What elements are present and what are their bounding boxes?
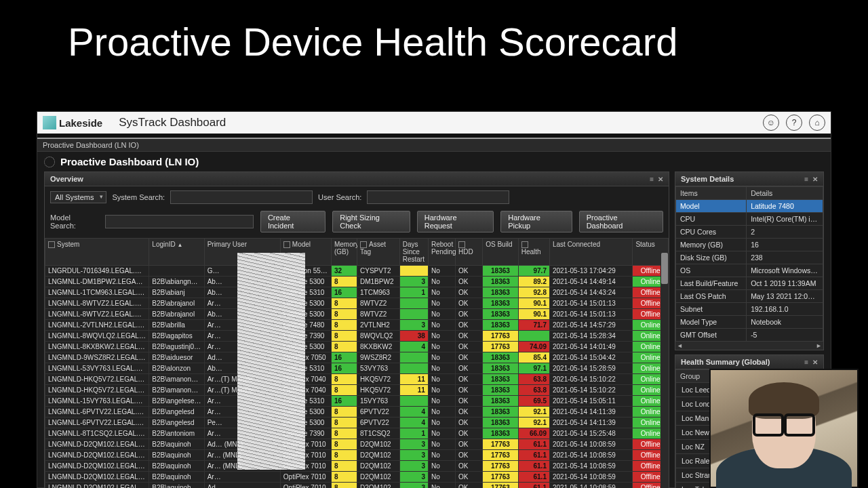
help-icon[interactable]: ? [786,115,802,131]
scrollbar-thumb[interactable] [661,253,668,284]
table-row[interactable]: LNGMNLD-9WSZ8R2.LEGAL.REGN.NETB2B\aidues… [45,352,669,363]
table-row[interactable]: LNGMNLD-D2QM102.LEGAL.REGN.NETB2B\aquino… [45,450,669,461]
cell-hdd: OK [456,266,483,277]
cell-health: 97.1 [518,363,549,374]
table-row[interactable]: LNGMNLL-2VTLNH2.LEGAL.REGN.NETB2B\abrill… [45,320,669,331]
cell-last: 2021-05-14 15:01:13 [549,298,632,309]
detail-row[interactable]: Model TypeNotebook [676,316,823,329]
cell-health: 61.1 [518,450,549,461]
panel-close-icon[interactable]: ✕ [658,176,663,183]
detail-row[interactable]: Last OS PatchMay 13 2021 12:00AM [676,290,823,303]
table-row[interactable]: LNGMNLD-HKQ5V72.LEGAL.REGN.NETB2B\amanon… [45,374,669,385]
right-sizing-button[interactable]: Right Sizing Check [332,211,410,232]
table-row[interactable]: LNGMNLL-53VY763.LEGAL.REGN.NETB2B\alonzo… [45,363,669,374]
detail-row[interactable]: CPUIntel(R) Core(TM) i5-7300U CPU @ 2.60… [676,213,823,226]
panel-menu-icon[interactable]: ≡ [804,176,808,183]
table-row[interactable]: LNGMNLL-8WTVZ2.LEGAL.REGN.NETB2B\abrajan… [45,298,669,309]
table-row[interactable]: LNGMNLL-DM1BPW2.LEGAL.REGN.NETB2B\abiang… [45,277,669,287]
detail-key: Last Build/Feature [676,277,747,290]
col-login[interactable]: LoginID ▲ [149,239,204,266]
detail-row[interactable]: Last Build/FeatureOct 1 2019 11:39AM [676,277,823,290]
col-memory[interactable]: Memory (GB) [331,239,357,266]
cell-user: Ar… (MNL) [204,461,280,472]
cell-os: 18363 [483,352,518,363]
col-asset[interactable]: Asset Tag [357,239,399,266]
table-row[interactable]: LNGMNLD-HKQ5V72.LEGAL.REGN.NETB2B\amanon… [45,385,669,396]
table-row[interactable]: LNGMNLD-D2QM102.LEGAL.REGN.NETB2B\aquino… [45,483,669,489]
table-row[interactable]: LNGMNLD-D2QM102.LEGAL.REGN.NETB2B\aquino… [45,472,669,483]
table-row[interactable]: LNGMNLD-D2QM102.LEGAL.REGN.NETB2B\aquino… [45,439,669,450]
detail-row[interactable]: ModelLatitude 7480 [676,200,823,213]
system-details-panel: System Details ≡✕ ItemsDetails ModelLati… [675,171,824,350]
smiley-icon[interactable]: ☺ [763,115,779,131]
cell-memory: 8 [331,374,357,385]
vertical-scrollbar[interactable] [660,253,669,488]
detail-value: 16 [747,239,823,251]
home-icon[interactable]: ⌂ [809,115,825,131]
cell-last: 2021-05-14 15:10:22 [549,374,632,385]
cell-memory: 8 [331,461,357,472]
table-row[interactable]: LNGRDUL-7016349.LEGAL.REGN.NETG…Precisio… [45,266,669,277]
cell-last: 2021-05-14 15:28:34 [549,331,632,342]
table-row[interactable]: LNGMNLL-6PVTV22.LEGAL.REGN.NETB2B\angele… [45,418,669,428]
cell-model: Latitude 7390 [280,428,331,439]
cell-hdd: OK [456,374,483,385]
hardware-request-button[interactable]: Hardware Request [417,211,494,232]
gear-icon[interactable] [44,157,55,167]
table-row[interactable]: LNGMNLL-15VY763.LEGAL.REGN.NETB2B\angele… [45,396,669,407]
detail-row[interactable]: Memory (GB)16 [676,239,823,251]
details-table: ItemsDetails ModelLatitude 7480CPUIntel(… [675,186,823,342]
col-hdd[interactable]: HDD [456,239,483,266]
cell-memory: 8 [331,298,357,309]
cell-hdd: OK [456,439,483,450]
table-row[interactable]: LNGMNLL-8KXBKW2.LEGAL.REGN.NETB2B\agusti… [45,342,669,352]
scroll-right-icon[interactable]: ► [816,342,822,349]
table-row[interactable]: LNGMNLL-6PVTV22.LEGAL.REGN.NETB2B\angele… [45,407,669,418]
cell-reboot: No [428,309,455,320]
scope-dropdown[interactable]: All Systems [50,191,106,203]
detail-value: Latitude 7480 [747,200,823,213]
cell-os: 17763 [483,450,518,461]
cell-system: LNGMNLD-D2QM102.LEGAL.REGN.NET [45,472,149,483]
model-search-input[interactable] [105,215,254,228]
cell-login: B2B\agapitos [149,331,204,342]
table-row[interactable]: LNGMNLL-8WQVLQ2.LEGAL.REGN.NETB2B\agapit… [45,331,669,342]
col-os[interactable]: OS Build [483,239,518,266]
cell-asset: HKQ5V72 [357,374,399,385]
hardware-pickup-button[interactable]: Hardware Pickup [500,211,572,232]
table-row[interactable]: LNGMNLD-D2QM102.LEGAL.REGN.NETB2B\aquino… [45,461,669,472]
col-reboot[interactable]: Reboot Pending [428,239,455,266]
table-row[interactable]: LNGMNLL-8T1CSQ2.LEGAL.REGN.NETB2B\antoni… [45,428,669,439]
detail-row[interactable]: Subnet192.168.1.0 [676,303,823,316]
detail-row[interactable]: GMT Offset-5 [676,329,823,342]
detail-row[interactable]: Disk Size (GB)238 [676,251,823,264]
col-primary-user[interactable]: Primary User [204,239,280,266]
col-health[interactable]: Health [518,239,549,266]
cell-os: 18363 [483,287,518,298]
cell-days [399,396,428,407]
table-row[interactable]: LNGMNLL-8WTVZ2.LEGAL.REGN.NETB2B\abrajan… [45,309,669,320]
panel-menu-icon[interactable]: ≡ [650,176,654,183]
col-system[interactable]: System [45,239,149,266]
col-last[interactable]: Last Connected [549,239,632,266]
create-incident-button[interactable]: Create Incident [260,211,326,232]
panel-close-icon[interactable]: ✕ [812,359,818,366]
detail-row[interactable]: CPU Cores2 [676,226,823,239]
cell-days: 11 [399,385,428,396]
proactive-dashboard-button[interactable]: Proactive Dashboard [579,211,663,232]
scroll-left-icon[interactable]: ◄ [677,342,683,349]
cell-health: 63.8 [518,374,549,385]
panel-menu-icon[interactable]: ≡ [804,359,808,366]
cell-model: OptiPlex 7010 [280,461,331,472]
cell-model: OptiPlex 7050 [280,352,331,363]
cell-memory: 8 [331,450,357,461]
table-row[interactable]: LNGMNLL-1TCM963.LEGAL.REGN.NETB2B\abianj… [45,287,669,298]
col-model[interactable]: Model [280,239,331,266]
col-days[interactable]: Days Since Restart [399,239,428,266]
user-search-input[interactable] [367,190,509,204]
system-search-input[interactable] [170,190,313,204]
detail-row[interactable]: OSMicrosoft Windows 10 Enterprise [676,264,823,277]
cell-days: 4 [399,342,428,352]
cell-system: LNGMNLL-1TCM963.LEGAL.REGN.NET [45,287,149,298]
panel-close-icon[interactable]: ✕ [812,176,818,183]
